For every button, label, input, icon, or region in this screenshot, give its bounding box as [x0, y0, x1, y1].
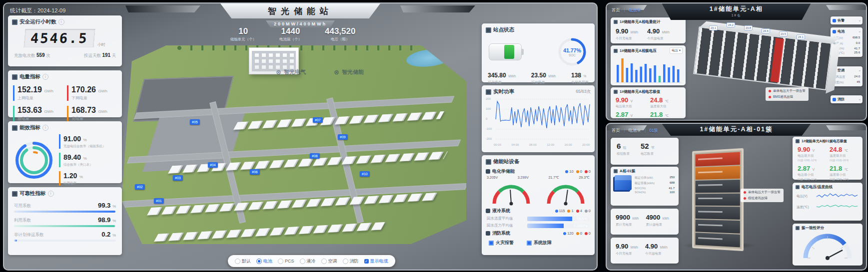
unit-tag[interactable]: #06 [250, 169, 260, 175]
stat-cells: 443,520电芯（颗） [325, 26, 355, 42]
radio-icon[interactable] [343, 259, 348, 264]
unit-tag[interactable]: #09 [338, 134, 348, 140]
voltage-sparkline-row: 电压(V) [793, 190, 863, 201]
collapse-icon[interactable]: « [859, 19, 861, 22]
alarm-count: 0 [585, 231, 591, 236]
alarm-module [696, 166, 740, 180]
section-title: 消防系统 [492, 230, 510, 237]
radio-icon[interactable] [321, 259, 327, 264]
extremes-icon [614, 90, 618, 94]
temperature-gauge [542, 180, 590, 206]
layer-battery[interactable]: 电池 [256, 258, 272, 265]
card-title: 簇一致性评分 [802, 226, 824, 231]
card-title: 1#储能单元A相01簇电芯极值 [802, 139, 847, 144]
crumb-battery-room[interactable]: 电池室 [628, 7, 641, 13]
alarm-dot-icon [769, 90, 771, 92]
unit-tag[interactable]: #10 [360, 171, 370, 177]
cluster-panel: 1#储能单元-A相-01簇 首页｜ 电池室｜ 01簇 单体电压大于一级告警 模组… [606, 123, 867, 271]
radio-icon[interactable] [278, 259, 283, 264]
alarm-count: 0 [585, 169, 591, 174]
layer-toolbar: 默认 电池 PCS 液冷 空调 消防 ✓显示电缆 [228, 255, 395, 267]
radio-icon[interactable] [256, 259, 262, 264]
battery-icon [489, 43, 522, 60]
collapse-icon[interactable]: « [859, 98, 861, 101]
efficiency-card: 能效指标i 91.00 %充放电综合效率（储能系统） 89.40 %综合效率（关… [8, 121, 122, 183]
unit-tag[interactable]: #05 [190, 119, 200, 125]
normal-count: 120 [563, 231, 574, 236]
cluster-bar-chart [613, 55, 684, 84]
station-top-stats: 10储能单元（个） 1440电池簇（个） 443,520电芯（颗） [230, 26, 355, 42]
unit-tag[interactable]: #07 [313, 117, 323, 123]
efficiency-icon [12, 125, 17, 131]
consistency-gauge [798, 231, 858, 260]
info-icon[interactable]: i [42, 125, 48, 131]
module-icon [614, 169, 618, 173]
rack-3d-render [692, 148, 744, 251]
stat-clusters: 1440电池簇（个） [279, 26, 302, 42]
cell-count: 52 节电芯数量 [641, 142, 655, 156]
collapse-icon[interactable]: « [859, 30, 861, 33]
layer-cooling[interactable]: 液冷 [300, 258, 316, 265]
module [696, 220, 740, 234]
section-title: 电化学储能 [492, 168, 515, 175]
collapse-icon[interactable]: « [859, 69, 861, 72]
checkbox-icon[interactable]: ✓ [364, 259, 369, 264]
fire-section-icon [486, 231, 490, 236]
availability-factor: 可用系数99.3 % [8, 198, 122, 213]
unit-tag[interactable]: #04 [208, 162, 218, 168]
section-title: 液冷系统 [492, 208, 510, 214]
unit-tag[interactable]: #03 [173, 175, 183, 181]
unit-tag[interactable]: #08 [310, 153, 320, 159]
crumb-home[interactable]: 首页 [612, 128, 620, 134]
info-icon[interactable]: i [58, 19, 64, 25]
crumb-battery-room[interactable]: 电池室 [628, 128, 641, 134]
crumb-home[interactable]: 首页 [612, 7, 620, 13]
side-card-fire[interactable]: 消防« [831, 95, 863, 103]
reliability-icon [12, 191, 17, 197]
container-3d-render [693, 26, 832, 90]
power-chart: 200 100 0 -100 -200 [485, 97, 592, 143]
card-title: 实时功率 [493, 88, 514, 95]
min-voltage: 2.87 V电压最小值 [616, 110, 646, 121]
alarm-count: 4 [576, 209, 582, 213]
unit-tag[interactable]: #01 [154, 198, 164, 204]
alarm-dot-icon [744, 197, 746, 200]
aux-power-rate: 1.20 %站用电率 [59, 171, 106, 186]
show-cables-checkbox[interactable]: ✓显示电缆 [364, 258, 388, 265]
cell-temp-tag: 24.1 [797, 34, 805, 39]
header-wing-right [826, 5, 868, 10]
cluster-curves-card: 电芯电压/温度曲线 电压(V) 温度(℃) [793, 183, 863, 221]
today-charge: 9.90 MWh今日充电量 [616, 242, 638, 256]
cooling-section-icon [486, 209, 490, 213]
soc-value: 41.77% [563, 47, 581, 53]
fire-alarm-icon [489, 241, 494, 246]
card-title: 1#储能单元A相电芯极值 [620, 89, 660, 94]
card-title: 能效指标 [19, 124, 40, 131]
soc-ring: 41.77%SOC [557, 36, 588, 67]
bess-dashboard: #01 #02 #03 #04 #05 #06 #07 #08 #09 #10 … [0, 0, 868, 272]
radio-icon[interactable] [300, 259, 305, 264]
info-icon[interactable]: i [48, 191, 54, 197]
crumb-cluster[interactable]: 01簇 [649, 128, 658, 134]
return-temp-row: 回水温度平均值 15.5℃ [482, 214, 595, 221]
max-temp: 24.8 ℃温度最大值 [650, 95, 681, 109]
layer-hvac[interactable]: 空调 [321, 258, 337, 265]
metric-dropdown[interactable]: 电压 ▾ [670, 47, 683, 54]
cluster-count-card: 6 组模组数量 52 节电芯数量 [611, 138, 679, 165]
warning-count: 0 [576, 169, 582, 174]
layer-default[interactable]: 默认 [235, 258, 251, 265]
radio-icon[interactable] [235, 259, 240, 264]
side-card-alarm[interactable]: 告警« [831, 16, 863, 24]
safety-hours-card: 安全运行小时数i 4546.5小时 充放电次数 559 次 投运天数 191 天 [8, 15, 122, 66]
unit-tag[interactable]: #02 [135, 184, 145, 190]
header-wing-right [826, 125, 868, 130]
layer-fire[interactable]: 消防 [343, 258, 359, 265]
layer-pcs[interactable]: PCS [278, 259, 294, 264]
info-icon[interactable]: i [42, 74, 48, 80]
station-header: 智光储能站 200MW/400MWh [220, 3, 380, 27]
roundtrip-efficiency: 91.00 %充放电综合效率（储能系统） [59, 134, 106, 149]
efficiency-donut [12, 138, 56, 182]
cluster-header: 1#储能单元-A相-01簇 [662, 124, 811, 136]
cell-temp-tag: 24.6 [762, 28, 770, 33]
battery-icon [833, 30, 836, 33]
